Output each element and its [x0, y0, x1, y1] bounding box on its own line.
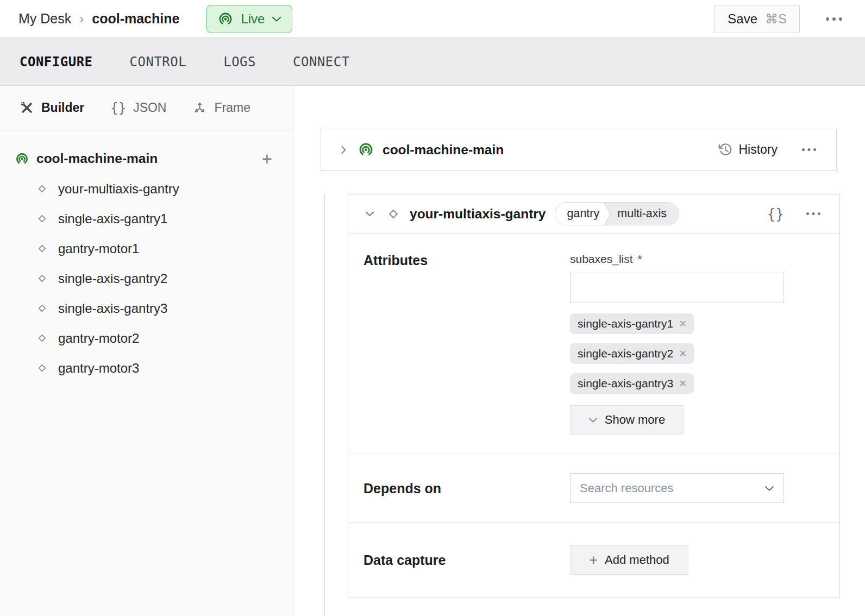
tree-root-part[interactable]: cool-machine-main +	[0, 144, 293, 173]
attributes-section: Attributes subaxes_list * single-axis-ga…	[348, 234, 839, 454]
broadcast-icon	[358, 141, 374, 158]
tree-item-gantry-motor3[interactable]: gantry-motor3	[0, 353, 293, 383]
tab-configure[interactable]: CONFIGURE	[20, 54, 93, 70]
mode-builder[interactable]: Builder	[20, 100, 84, 115]
ellipsis-icon	[801, 148, 817, 152]
chevron-down-icon	[764, 485, 774, 492]
ellipsis-icon	[825, 17, 843, 21]
resource-overflow-menu-button[interactable]	[803, 209, 824, 219]
mode-json[interactable]: {} JSON	[110, 100, 166, 116]
resource-type-pill: gantry multi-axis	[555, 202, 680, 225]
topbar-actions: Save ⌘S	[714, 5, 847, 33]
add-resource-button[interactable]: +	[262, 150, 272, 168]
diamond-icon	[35, 301, 49, 315]
breadcrumb-parent-link[interactable]: My Desk	[18, 11, 71, 27]
diamond-icon	[35, 361, 49, 375]
save-shortcut-hint: ⌘S	[765, 11, 787, 27]
add-method-button[interactable]: + Add method	[570, 545, 688, 575]
diamond-icon	[35, 212, 49, 225]
mode-json-label: JSON	[133, 100, 166, 115]
chip-single-axis-gantry2: single-axis-gantry2 ×	[570, 343, 694, 364]
chevron-right-icon[interactable]	[337, 144, 349, 156]
config-main-panel: cool-machine-main History	[293, 86, 865, 616]
attributes-fields: subaxes_list * single-axis-gantry1 × sin…	[570, 252, 784, 435]
top-bar: My Desk › cool-machine Live Save	[0, 0, 865, 38]
add-method-label: Add method	[605, 553, 669, 567]
attributes-section-label: Attributes	[363, 252, 570, 435]
machine-status-badge[interactable]: Live	[206, 5, 292, 33]
depends-on-placeholder: Search resources	[580, 481, 673, 495]
chip-single-axis-gantry3: single-axis-gantry3 ×	[570, 373, 694, 394]
part-title: cool-machine-main	[383, 142, 504, 158]
history-button[interactable]: History	[718, 142, 778, 157]
depends-on-section-label: Depends on	[363, 480, 570, 496]
pill-separator	[604, 203, 612, 225]
remove-chip-icon[interactable]: ×	[679, 348, 686, 360]
mode-frame-label: Frame	[214, 100, 250, 115]
broadcast-icon	[217, 11, 234, 27]
builder-tools-icon	[20, 100, 34, 115]
history-button-label: History	[738, 142, 778, 157]
braces-icon: {}	[110, 100, 126, 116]
subaxes-list-input[interactable]	[570, 273, 784, 303]
save-button[interactable]: Save ⌘S	[714, 5, 800, 33]
resource-card: your-multiaxis-gantry gantry multi-axis	[348, 194, 840, 598]
content-area: Builder {} JSON Frame	[0, 86, 865, 616]
resource-group-rail	[324, 194, 325, 616]
breadcrumb-separator-icon: ›	[79, 11, 84, 27]
tree-item-your-multiaxis-gantry[interactable]: your-multiaxis-gantry	[0, 174, 293, 204]
subaxes-list-field-label: subaxes_list	[570, 252, 633, 266]
mode-frame[interactable]: Frame	[192, 100, 250, 115]
tree-item-single-axis-gantry3[interactable]: single-axis-gantry3	[0, 293, 293, 323]
subaxes-chip-list: single-axis-gantry1 × single-axis-gantry…	[570, 313, 784, 394]
tab-control[interactable]: CONTROL	[130, 54, 187, 70]
resource-title: your-multiaxis-gantry	[410, 206, 546, 222]
view-mode-switcher: Builder {} JSON Frame	[0, 86, 293, 130]
diamond-icon	[385, 206, 402, 222]
resource-model-tag: multi-axis	[612, 203, 679, 225]
config-sidebar: Builder {} JSON Frame	[0, 86, 293, 616]
diamond-icon	[35, 242, 49, 255]
diamond-icon	[35, 272, 49, 285]
remove-chip-icon[interactable]: ×	[679, 378, 686, 389]
show-more-label: Show more	[605, 413, 665, 427]
chip-single-axis-gantry1: single-axis-gantry1 ×	[570, 313, 694, 334]
tree-item-list: your-multiaxis-gantry single-axis-gantry…	[0, 174, 293, 383]
breadcrumb: My Desk › cool-machine	[18, 11, 179, 27]
resource-type-tag: gantry	[555, 203, 604, 225]
show-more-button[interactable]: Show more	[570, 405, 684, 435]
tree-item-single-axis-gantry2[interactable]: single-axis-gantry2	[0, 263, 293, 293]
plus-icon: +	[589, 553, 598, 568]
tree-item-gantry-motor2[interactable]: gantry-motor2	[0, 323, 293, 353]
diamond-icon	[35, 182, 49, 196]
app-root: My Desk › cool-machine Live Save	[0, 0, 865, 616]
history-icon	[718, 142, 732, 157]
tree-item-single-axis-gantry1[interactable]: single-axis-gantry1	[0, 204, 293, 234]
tab-bar: CONFIGURE CONTROL LOGS CONNECT	[0, 38, 865, 86]
tree-item-gantry-motor1[interactable]: gantry-motor1	[0, 234, 293, 263]
broadcast-icon	[15, 152, 29, 166]
overflow-menu-button[interactable]	[822, 14, 847, 24]
depends-on-select[interactable]: Search resources	[570, 473, 784, 503]
frame-axes-icon	[192, 100, 207, 115]
resource-card-header: your-multiaxis-gantry gantry multi-axis	[348, 194, 839, 234]
diamond-icon	[35, 331, 49, 345]
tab-connect[interactable]: CONNECT	[293, 54, 350, 70]
machine-tree: cool-machine-main + your-multiaxis-gantr…	[0, 130, 293, 383]
chevron-down-icon	[272, 16, 281, 22]
resource-card-actions: {}	[767, 206, 824, 222]
data-capture-section-label: Data capture	[363, 552, 570, 568]
part-overflow-menu-button[interactable]	[798, 144, 820, 155]
chevron-down-icon	[588, 417, 598, 423]
required-marker: *	[638, 252, 642, 266]
tree-root-label: cool-machine-main	[36, 151, 158, 166]
ellipsis-icon	[806, 212, 821, 216]
mode-builder-label: Builder	[41, 100, 84, 115]
remove-chip-icon[interactable]: ×	[679, 318, 686, 330]
save-button-label: Save	[728, 11, 757, 27]
chevron-down-icon[interactable]	[363, 208, 376, 220]
edit-json-button[interactable]: {}	[767, 206, 784, 222]
tab-logs[interactable]: LOGS	[223, 54, 256, 70]
breadcrumb-current: cool-machine	[92, 11, 179, 27]
data-capture-section: Data capture + Add method	[348, 522, 839, 598]
